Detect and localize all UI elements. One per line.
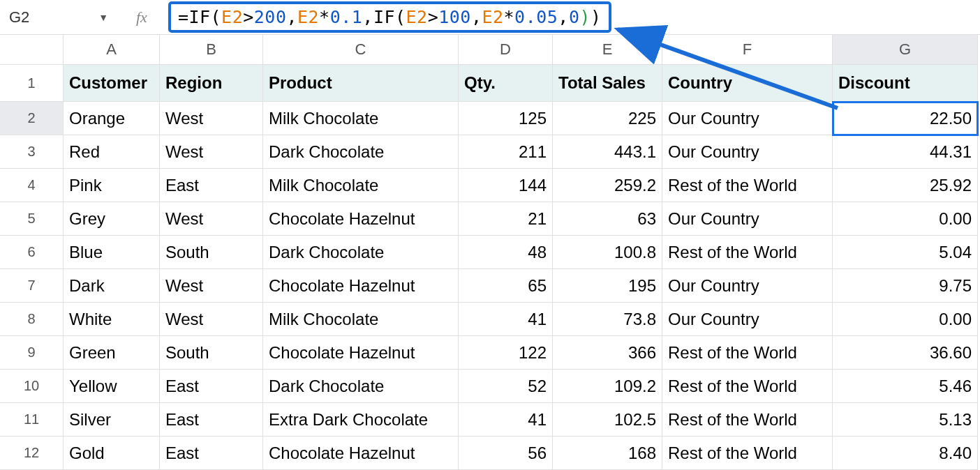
header-cell-G[interactable]: Discount [833, 65, 978, 102]
cell-F6[interactable]: Rest of the World [662, 236, 833, 269]
cell-A8[interactable]: White [64, 303, 160, 336]
cell-C9[interactable]: Chocolate Hazelnut [263, 336, 459, 370]
cell-D8[interactable]: 41 [459, 303, 553, 336]
cell-C11[interactable]: Extra Dark Chocolate [263, 403, 459, 437]
cell-E3[interactable]: 443.1 [553, 135, 662, 169]
cell-F10[interactable]: Rest of the World [662, 370, 833, 403]
cell-D4[interactable]: 144 [459, 169, 553, 202]
cell-A3[interactable]: Red [64, 135, 160, 169]
cell-B10[interactable]: East [160, 370, 263, 403]
column-header-D[interactable]: D [459, 35, 553, 65]
cell-G4[interactable]: 25.92 [833, 169, 978, 202]
row-header-3[interactable]: 3 [0, 135, 64, 169]
cell-A9[interactable]: Green [64, 336, 160, 370]
cell-G6[interactable]: 5.04 [833, 236, 978, 269]
cell-G5[interactable]: 0.00 [833, 202, 978, 236]
cell-D10[interactable]: 52 [459, 370, 553, 403]
cell-E8[interactable]: 73.8 [553, 303, 662, 336]
cell-B2[interactable]: West [160, 102, 263, 135]
cell-A10[interactable]: Yellow [64, 370, 160, 403]
column-header-C[interactable]: C [263, 35, 459, 65]
header-cell-A[interactable]: Customer [64, 65, 160, 102]
cell-F5[interactable]: Our Country [662, 202, 833, 236]
cell-C4[interactable]: Milk Chocolate [263, 169, 459, 202]
cell-A7[interactable]: Dark [64, 269, 160, 303]
cell-G11[interactable]: 5.13 [833, 403, 978, 437]
cell-B8[interactable]: West [160, 303, 263, 336]
cell-C7[interactable]: Chocolate Hazelnut [263, 269, 459, 303]
cell-D2[interactable]: 125 [459, 102, 553, 135]
cell-A6[interactable]: Blue [64, 236, 160, 269]
cell-F2[interactable]: Our Country [662, 102, 833, 135]
row-header-7[interactable]: 7 [0, 269, 64, 303]
cell-B11[interactable]: East [160, 403, 263, 437]
cell-E12[interactable]: 168 [553, 437, 662, 470]
cell-F3[interactable]: Our Country [662, 135, 833, 169]
cell-G10[interactable]: 5.46 [833, 370, 978, 403]
cell-D3[interactable]: 211 [459, 135, 553, 169]
cell-E5[interactable]: 63 [553, 202, 662, 236]
name-box[interactable]: G2 ▼ [3, 8, 122, 26]
cell-C6[interactable]: Dark Chocolate [263, 236, 459, 269]
cell-G2[interactable]: 22.50 [833, 102, 978, 135]
cell-D5[interactable]: 21 [459, 202, 553, 236]
cell-G7[interactable]: 9.75 [833, 269, 978, 303]
cell-B5[interactable]: West [160, 202, 263, 236]
formula-input[interactable]: =IF(E2>200,E2*0.1,IF(E2>100,E2*0.05,0)) [178, 7, 602, 27]
header-cell-C[interactable]: Product [263, 65, 459, 102]
cell-E2[interactable]: 225 [553, 102, 662, 135]
cell-C8[interactable]: Milk Chocolate [263, 303, 459, 336]
cell-C12[interactable]: Chocolate Hazelnut [263, 437, 459, 470]
header-cell-D[interactable]: Qty. [459, 65, 553, 102]
cell-E6[interactable]: 100.8 [553, 236, 662, 269]
header-cell-B[interactable]: Region [160, 65, 263, 102]
cell-F12[interactable]: Rest of the World [662, 437, 833, 470]
cell-E11[interactable]: 102.5 [553, 403, 662, 437]
cell-G12[interactable]: 8.40 [833, 437, 978, 470]
fx-icon[interactable]: fx [136, 8, 147, 26]
cell-F11[interactable]: Rest of the World [662, 403, 833, 437]
cell-A4[interactable]: Pink [64, 169, 160, 202]
cell-E4[interactable]: 259.2 [553, 169, 662, 202]
cell-F9[interactable]: Rest of the World [662, 336, 833, 370]
column-header-A[interactable]: A [64, 35, 160, 65]
column-header-G[interactable]: G [833, 35, 978, 65]
header-cell-E[interactable]: Total Sales [553, 65, 662, 102]
row-header-6[interactable]: 6 [0, 236, 64, 269]
column-header-B[interactable]: B [160, 35, 263, 65]
cell-E9[interactable]: 366 [553, 336, 662, 370]
chevron-down-icon[interactable]: ▼ [98, 12, 108, 23]
row-header-11[interactable]: 11 [0, 403, 64, 437]
cell-C10[interactable]: Dark Chocolate [263, 370, 459, 403]
cell-D6[interactable]: 48 [459, 236, 553, 269]
cell-F7[interactable]: Our Country [662, 269, 833, 303]
cell-G3[interactable]: 44.31 [833, 135, 978, 169]
row-header-4[interactable]: 4 [0, 169, 64, 202]
cell-D12[interactable]: 56 [459, 437, 553, 470]
row-header-9[interactable]: 9 [0, 336, 64, 370]
cell-B9[interactable]: South [160, 336, 263, 370]
row-header-1[interactable]: 1 [0, 65, 64, 102]
cell-C3[interactable]: Dark Chocolate [263, 135, 459, 169]
cell-B12[interactable]: East [160, 437, 263, 470]
cell-B7[interactable]: West [160, 269, 263, 303]
row-header-5[interactable]: 5 [0, 202, 64, 236]
cell-A5[interactable]: Grey [64, 202, 160, 236]
cell-D9[interactable]: 122 [459, 336, 553, 370]
cell-E10[interactable]: 109.2 [553, 370, 662, 403]
column-header-E[interactable]: E [553, 35, 662, 65]
cell-D7[interactable]: 65 [459, 269, 553, 303]
cell-D11[interactable]: 41 [459, 403, 553, 437]
cell-B6[interactable]: South [160, 236, 263, 269]
cell-A12[interactable]: Gold [64, 437, 160, 470]
select-all-corner[interactable] [0, 35, 64, 65]
column-header-F[interactable]: F [662, 35, 833, 65]
cell-B4[interactable]: East [160, 169, 263, 202]
cell-E7[interactable]: 195 [553, 269, 662, 303]
row-header-10[interactable]: 10 [0, 370, 64, 403]
row-header-8[interactable]: 8 [0, 303, 64, 336]
header-cell-F[interactable]: Country [662, 65, 833, 102]
cell-F8[interactable]: Our Country [662, 303, 833, 336]
cell-B3[interactable]: West [160, 135, 263, 169]
row-header-12[interactable]: 12 [0, 437, 64, 470]
